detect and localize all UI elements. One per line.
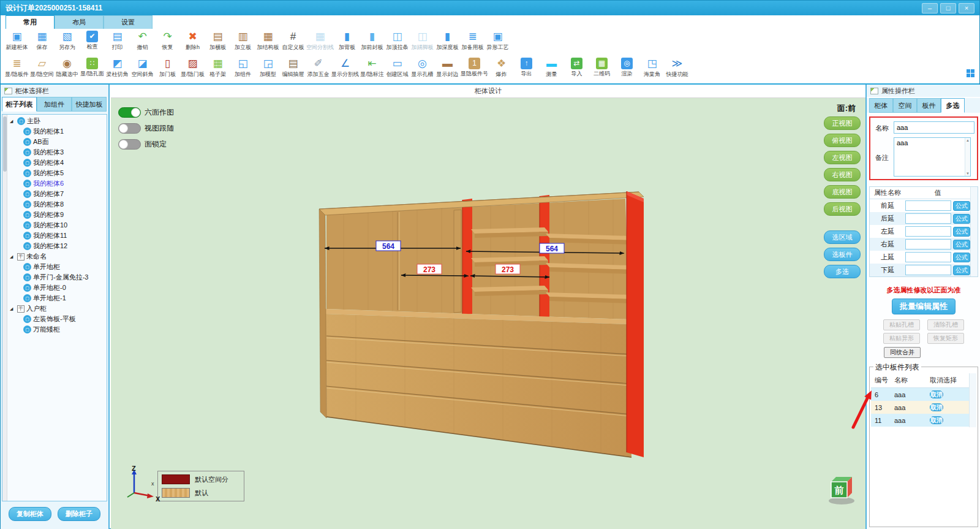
toolbar-explode[interactable]: ❖爆炸 [489,56,514,80]
right-tab-cabinet[interactable]: 柜体 [869,98,893,113]
name-input[interactable] [894,121,974,134]
note-scrollbar[interactable]: ▲▼ [965,138,970,176]
toolbar-add-model[interactable]: ◲加模型 [255,56,281,80]
toolbar-special-shape-craft[interactable]: ▣异形工艺 [485,29,510,53]
toolbar-add-component[interactable]: ◱加组件 [230,56,255,80]
toolbar-render[interactable]: ◎渲染 [614,56,639,79]
merge-grain-button[interactable]: 同纹合并 [884,347,921,358]
toolbar-add-top-bar[interactable]: ◫加顶拉条 [385,29,410,53]
left-tab-cabinet-list[interactable]: 柜子列表 [2,97,37,112]
ribbon-tab-settings[interactable]: 设置 [104,15,153,29]
toolbar-add-front-seal-board[interactable]: ▮加前封板 [360,29,385,53]
3d-viewport[interactable]: 564 564 273 273 [111,98,865,529]
toolbar-add-hardware[interactable]: ✐添加五金 [306,56,331,80]
toolbar-import[interactable]: ⇄导入 [564,56,589,79]
select-mode-button[interactable]: 多选 [824,265,861,278]
property-value-input[interactable] [905,200,951,211]
toolbar-add-vertical-board[interactable]: ▥加立板 [230,29,255,53]
tree-item[interactable]: ▢我的柜体9 [9,210,107,220]
toolbar-check[interactable]: ✔检查 [80,29,105,52]
view-button[interactable]: 后视图 [824,202,861,216]
toolbar-show-hide-door[interactable]: ▨显/隐门板 [180,56,205,80]
toolbar-show-divider-line[interactable]: ∠显示分割线 [331,56,360,80]
toolbar-add-back-board[interactable]: ▮加背板 [334,29,360,53]
selected-boards-scrollbar[interactable] [969,373,976,427]
tree-item[interactable]: ▢AB面 [9,137,107,147]
tree-item[interactable]: ▢单开地柜 [9,262,107,272]
tree-item[interactable]: ▢我的柜体5 [9,168,107,178]
toolbar-add-door[interactable]: ▯加门板 [155,56,180,80]
toolbar-show-hide-dimension[interactable]: ⇤显/隐标注 [360,56,385,80]
copy-cabinet-button[interactable]: 复制柜体 [9,507,51,521]
view-button[interactable]: 左视图 [824,151,861,164]
toolbar-show-hide-boards[interactable]: ≣显/隐板件 [4,56,29,80]
toolbar-hide-selected[interactable]: ◉隐藏选中 [55,56,80,80]
right-tab-board[interactable]: 板件 [917,98,941,113]
toolbar-save[interactable]: ▦保存 [29,29,55,53]
tree-scrollbar[interactable] [2,115,7,501]
tree-item[interactable]: ▢我的柜体11 [9,230,107,241]
toolbar-show-hole-slot[interactable]: ◎显示孔槽 [410,56,435,80]
property-value-input[interactable] [905,226,951,237]
formula-button[interactable]: 公式 [953,201,970,211]
toolbar-undo[interactable]: ↶撤销 [130,29,155,53]
toolbar-begonia-corner[interactable]: ◳海棠角 [639,56,665,80]
toggle-on[interactable] [118,107,141,118]
toolbar-measure[interactable]: ▬测量 [539,56,564,80]
view-button[interactable]: 右视图 [824,168,861,181]
toolbar-show-edge-band[interactable]: ▬显示封边 [435,56,460,80]
property-table-scrollbar[interactable] [970,187,978,276]
ribbon-tab-common[interactable]: 常用 [6,15,55,29]
toolbar-show-hide-board-number[interactable]: 1显隐板件号 [460,56,489,79]
toolbar-print[interactable]: ▤打印 [105,29,130,53]
toggle-off[interactable] [118,123,141,134]
property-value-input[interactable] [905,239,951,249]
tree-group[interactable]: ◢▢主卧 [9,116,107,126]
toolbar-show-hide-hole-face[interactable]: ∷显/隐孔面 [80,56,105,79]
expand-arrow-icon[interactable]: ◢ [10,254,15,259]
property-value-input[interactable] [905,252,951,262]
formula-button[interactable]: 公式 [953,253,970,262]
toolbar-space-bevel[interactable]: ◪空间斜角 [130,56,155,80]
orientation-compass[interactable]: 前 [825,473,859,505]
tree-item[interactable]: ▢我的柜体12 [9,241,107,251]
tree-item[interactable]: ▢单开门-金属免拉-3 [9,272,107,283]
tree-item[interactable]: ▢我的柜体6 [9,178,107,189]
ribbon-tab-layout[interactable]: 布局 [55,15,104,29]
tree-item[interactable]: ▢我的柜体1 [9,126,107,137]
toolbar-edit-drawer[interactable]: ▤编辑抽屉 [281,56,306,80]
layout-grid-icon[interactable] [967,69,974,77]
tree-group[interactable]: ◢干入户柜 [9,303,107,314]
view-button[interactable]: 俯视图 [824,134,861,147]
toolbar-show-hide-space[interactable]: ▱显/隐空间 [29,56,55,80]
toolbar-save-as[interactable]: ▧另存为 [55,29,80,53]
tree-item[interactable]: ▢万能矮柜 [9,324,107,335]
tree-item[interactable]: ▢单开地柜-1 [9,293,107,303]
tree-group[interactable]: ◢干未命名 [9,251,107,262]
right-tab-space[interactable]: 空间 [893,98,917,113]
right-tab-multi-select[interactable]: 多选 [941,98,965,113]
toolbar-export[interactable]: ↑导出 [514,56,539,79]
view-button[interactable]: 正视图 [824,116,861,130]
minimize-button[interactable]: – [922,3,938,13]
property-value-input[interactable] [905,265,951,275]
formula-button[interactable]: 公式 [953,227,970,237]
cancel-button[interactable]: 取消 [930,390,943,398]
toolbar-add-structure-board[interactable]: ▦加结构板 [255,29,281,53]
toolbar-redo[interactable]: ↷恢复 [155,29,180,53]
toolbar-add-spare-board[interactable]: ≣加备用板 [460,29,485,53]
select-mode-button[interactable]: 选板件 [824,248,861,261]
formula-button[interactable]: 公式 [953,240,970,249]
property-value-input[interactable] [905,213,951,224]
formula-button[interactable]: 公式 [953,265,970,275]
toolbar-grid-rack[interactable]: ▦格子架 [205,56,230,80]
tree-item[interactable]: ▢我的柜体8 [9,199,107,210]
tree-item[interactable]: ▢我的柜体4 [9,158,107,168]
expand-arrow-icon[interactable]: ◢ [10,306,15,311]
delete-cabinet-button[interactable]: 删除柜子 [58,507,100,521]
close-button[interactable]: × [959,3,974,13]
toggle-off[interactable] [118,139,141,150]
tree-item[interactable]: ▢单开地柜-0 [9,283,107,293]
batch-edit-button[interactable]: 批量编辑属性 [892,299,956,314]
tree-item[interactable]: ▢我的柜体3 [9,147,107,158]
